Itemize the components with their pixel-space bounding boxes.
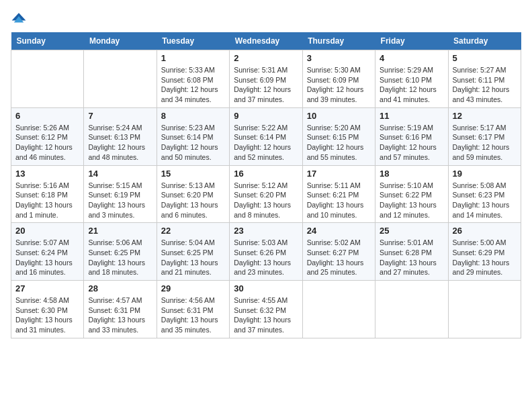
day-info: Sunrise: 5:26 AM Sunset: 6:12 PM Dayligh…	[15, 123, 79, 163]
day-info: Sunrise: 5:23 AM Sunset: 6:14 PM Dayligh…	[161, 123, 225, 163]
day-number: 16	[234, 169, 298, 179]
day-info: Sunrise: 4:56 AM Sunset: 6:31 PM Dayligh…	[161, 295, 225, 335]
day-cell	[302, 281, 375, 338]
day-cell: 14Sunrise: 5:15 AM Sunset: 6:19 PM Dayli…	[84, 165, 157, 223]
day-info: Sunrise: 5:06 AM Sunset: 6:25 PM Dayligh…	[88, 238, 152, 277]
column-header-wednesday: Wednesday	[230, 32, 302, 50]
day-info: Sunrise: 5:00 AM Sunset: 6:29 PM Dayligh…	[453, 238, 517, 277]
week-row-2: 6Sunrise: 5:26 AM Sunset: 6:12 PM Daylig…	[11, 107, 521, 165]
calendar-table: SundayMondayTuesdayWednesdayThursdayFrid…	[11, 32, 521, 338]
day-cell: 17Sunrise: 5:11 AM Sunset: 6:21 PM Dayli…	[302, 165, 375, 223]
day-cell: 6Sunrise: 5:26 AM Sunset: 6:12 PM Daylig…	[11, 107, 84, 165]
day-number: 15	[161, 169, 225, 179]
day-number: 29	[161, 283, 225, 293]
day-info: Sunrise: 5:17 AM Sunset: 6:17 PM Dayligh…	[453, 123, 517, 163]
day-cell	[448, 281, 521, 338]
day-number: 14	[88, 169, 152, 179]
day-cell: 24Sunrise: 5:02 AM Sunset: 6:27 PM Dayli…	[302, 223, 375, 281]
day-cell: 25Sunrise: 5:01 AM Sunset: 6:28 PM Dayli…	[375, 223, 448, 281]
day-cell: 18Sunrise: 5:10 AM Sunset: 6:22 PM Dayli…	[375, 165, 448, 223]
day-info: Sunrise: 5:12 AM Sunset: 6:20 PM Dayligh…	[234, 181, 298, 220]
day-info: Sunrise: 5:10 AM Sunset: 6:22 PM Dayligh…	[380, 181, 443, 220]
day-info: Sunrise: 5:01 AM Sunset: 6:28 PM Dayligh…	[380, 238, 443, 277]
day-number: 1	[161, 53, 225, 63]
day-cell: 8Sunrise: 5:23 AM Sunset: 6:14 PM Daylig…	[157, 107, 229, 165]
week-row-5: 27Sunrise: 4:58 AM Sunset: 6:30 PM Dayli…	[11, 281, 521, 338]
day-cell: 22Sunrise: 5:04 AM Sunset: 6:25 PM Dayli…	[157, 223, 229, 281]
column-header-friday: Friday	[375, 32, 448, 50]
day-cell: 26Sunrise: 5:00 AM Sunset: 6:29 PM Dayli…	[448, 223, 521, 281]
day-number: 2	[234, 53, 298, 63]
day-info: Sunrise: 5:29 AM Sunset: 6:10 PM Dayligh…	[380, 65, 443, 105]
day-info: Sunrise: 5:20 AM Sunset: 6:15 PM Dayligh…	[307, 123, 371, 163]
day-number: 26	[453, 226, 517, 236]
day-number: 23	[234, 226, 298, 236]
day-cell: 19Sunrise: 5:08 AM Sunset: 6:23 PM Dayli…	[448, 165, 521, 223]
day-number: 6	[15, 111, 79, 121]
day-info: Sunrise: 5:07 AM Sunset: 6:24 PM Dayligh…	[15, 238, 79, 277]
day-number: 10	[307, 111, 371, 121]
day-info: Sunrise: 4:58 AM Sunset: 6:30 PM Dayligh…	[15, 295, 79, 335]
day-number: 13	[15, 169, 79, 179]
day-info: Sunrise: 5:27 AM Sunset: 6:11 PM Dayligh…	[453, 65, 517, 105]
day-number: 7	[88, 111, 152, 121]
day-cell	[11, 50, 84, 108]
week-row-1: 1Sunrise: 5:33 AM Sunset: 6:08 PM Daylig…	[11, 50, 521, 108]
day-number: 9	[234, 111, 298, 121]
day-info: Sunrise: 5:11 AM Sunset: 6:21 PM Dayligh…	[307, 181, 371, 220]
day-cell: 29Sunrise: 4:56 AM Sunset: 6:31 PM Dayli…	[157, 281, 229, 338]
day-info: Sunrise: 5:08 AM Sunset: 6:23 PM Dayligh…	[453, 181, 517, 220]
day-info: Sunrise: 5:30 AM Sunset: 6:09 PM Dayligh…	[307, 65, 371, 105]
day-info: Sunrise: 5:02 AM Sunset: 6:27 PM Dayligh…	[307, 238, 371, 277]
column-header-saturday: Saturday	[448, 32, 521, 50]
day-number: 17	[307, 169, 371, 179]
day-cell: 15Sunrise: 5:13 AM Sunset: 6:20 PM Dayli…	[157, 165, 229, 223]
day-number: 20	[15, 226, 79, 236]
day-cell: 13Sunrise: 5:16 AM Sunset: 6:18 PM Dayli…	[11, 165, 84, 223]
day-number: 28	[88, 283, 152, 293]
day-cell: 5Sunrise: 5:27 AM Sunset: 6:11 PM Daylig…	[448, 50, 521, 108]
day-cell: 7Sunrise: 5:24 AM Sunset: 6:13 PM Daylig…	[84, 107, 157, 165]
day-number: 24	[307, 226, 371, 236]
day-cell: 9Sunrise: 5:22 AM Sunset: 6:14 PM Daylig…	[230, 107, 302, 165]
week-row-4: 20Sunrise: 5:07 AM Sunset: 6:24 PM Dayli…	[11, 223, 521, 281]
day-cell: 30Sunrise: 4:55 AM Sunset: 6:32 PM Dayli…	[230, 281, 302, 338]
day-number: 18	[380, 169, 443, 179]
day-info: Sunrise: 5:16 AM Sunset: 6:18 PM Dayligh…	[15, 181, 79, 220]
day-cell: 3Sunrise: 5:30 AM Sunset: 6:09 PM Daylig…	[302, 50, 375, 108]
day-number: 27	[15, 283, 79, 293]
day-number: 19	[453, 169, 517, 179]
day-number: 8	[161, 111, 225, 121]
day-cell: 20Sunrise: 5:07 AM Sunset: 6:24 PM Dayli…	[11, 223, 84, 281]
day-info: Sunrise: 5:31 AM Sunset: 6:09 PM Dayligh…	[234, 65, 298, 105]
day-cell	[375, 281, 448, 338]
header-row: SundayMondayTuesdayWednesdayThursdayFrid…	[11, 32, 521, 50]
day-cell: 23Sunrise: 5:03 AM Sunset: 6:26 PM Dayli…	[230, 223, 302, 281]
column-header-thursday: Thursday	[302, 32, 375, 50]
day-info: Sunrise: 5:22 AM Sunset: 6:14 PM Dayligh…	[234, 123, 298, 163]
day-info: Sunrise: 5:33 AM Sunset: 6:08 PM Dayligh…	[161, 65, 225, 105]
page-header	[11, 11, 521, 27]
day-cell: 4Sunrise: 5:29 AM Sunset: 6:10 PM Daylig…	[375, 50, 448, 108]
day-info: Sunrise: 5:03 AM Sunset: 6:26 PM Dayligh…	[234, 238, 298, 277]
day-number: 25	[380, 226, 443, 236]
day-info: Sunrise: 5:19 AM Sunset: 6:16 PM Dayligh…	[380, 123, 443, 163]
day-cell: 28Sunrise: 4:57 AM Sunset: 6:31 PM Dayli…	[84, 281, 157, 338]
day-number: 3	[307, 53, 371, 63]
day-number: 22	[161, 226, 225, 236]
column-header-tuesday: Tuesday	[157, 32, 229, 50]
day-info: Sunrise: 4:57 AM Sunset: 6:31 PM Dayligh…	[88, 295, 152, 335]
logo-icon	[11, 11, 27, 27]
day-cell: 16Sunrise: 5:12 AM Sunset: 6:20 PM Dayli…	[230, 165, 302, 223]
logo	[11, 11, 30, 27]
day-info: Sunrise: 5:04 AM Sunset: 6:25 PM Dayligh…	[161, 238, 225, 277]
day-number: 5	[453, 53, 517, 63]
day-cell: 27Sunrise: 4:58 AM Sunset: 6:30 PM Dayli…	[11, 281, 84, 338]
day-cell: 1Sunrise: 5:33 AM Sunset: 6:08 PM Daylig…	[157, 50, 229, 108]
day-cell	[84, 50, 157, 108]
day-info: Sunrise: 5:15 AM Sunset: 6:19 PM Dayligh…	[88, 181, 152, 220]
day-cell: 2Sunrise: 5:31 AM Sunset: 6:09 PM Daylig…	[230, 50, 302, 108]
day-info: Sunrise: 5:13 AM Sunset: 6:20 PM Dayligh…	[161, 181, 225, 220]
day-cell: 12Sunrise: 5:17 AM Sunset: 6:17 PM Dayli…	[448, 107, 521, 165]
column-header-monday: Monday	[84, 32, 157, 50]
